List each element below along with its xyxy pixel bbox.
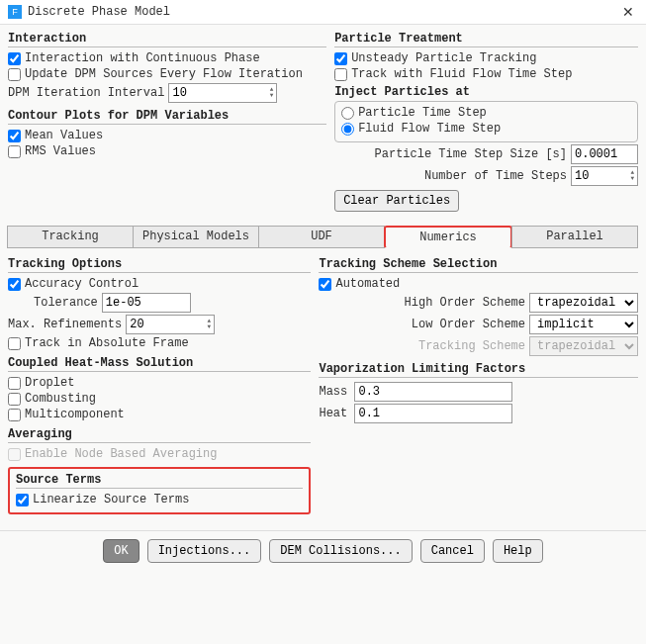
linearize-source-checkbox[interactable]: Linearize Source Terms xyxy=(16,493,303,506)
spinner-arrows-icon[interactable]: ▲▼ xyxy=(270,87,274,99)
source-terms-legend: Source Terms xyxy=(16,473,303,487)
tab-parallel[interactable]: Parallel xyxy=(511,226,638,248)
help-button[interactable]: Help xyxy=(493,539,543,563)
dpm-interval-label: DPM Iteration Interval xyxy=(8,86,164,100)
cancel-button[interactable]: Cancel xyxy=(420,539,485,563)
tolerance-input[interactable] xyxy=(102,293,191,313)
max-refinements-label: Max. Refinements xyxy=(8,318,122,331)
tab-bar: Tracking Physical Models UDF Numerics Pa… xyxy=(8,226,638,248)
tracking-options-legend: Tracking Options xyxy=(8,257,311,271)
scheme-legend: Tracking Scheme Selection xyxy=(319,257,638,271)
droplet-checkbox[interactable]: Droplet xyxy=(8,376,311,390)
injections-button[interactable]: Injections... xyxy=(147,539,262,563)
step-size-input[interactable] xyxy=(571,144,638,164)
vaporization-legend: Vaporization Limiting Factors xyxy=(319,362,638,376)
heat-label: Heat xyxy=(319,407,350,420)
coupled-legend: Coupled Heat-Mass Solution xyxy=(8,356,311,370)
mass-input[interactable] xyxy=(354,382,512,402)
particle-timestep-radio[interactable]: Particle Time Step xyxy=(341,106,631,120)
ok-button[interactable]: OK xyxy=(103,539,138,563)
high-order-select[interactable]: trapezoidal xyxy=(529,293,638,313)
tracking-scheme-label: Tracking Scheme xyxy=(418,339,525,353)
inject-radio-group: Particle Time Step Fluid Flow Time Step xyxy=(334,101,638,142)
update-dpm-checkbox[interactable]: Update DPM Sources Every Flow Iteration xyxy=(8,67,326,81)
averaging-legend: Averaging xyxy=(8,427,311,441)
low-order-label: Low Order Scheme xyxy=(412,318,525,331)
heat-input[interactable] xyxy=(354,404,512,423)
inject-legend: Inject Particles at xyxy=(334,85,638,99)
fluid-timestep-radio[interactable]: Fluid Flow Time Step xyxy=(341,122,631,136)
tab-udf[interactable]: UDF xyxy=(258,226,385,248)
interaction-legend: Interaction xyxy=(8,32,326,46)
dpm-interval-spinner[interactable]: ▲▼ xyxy=(168,83,277,103)
dialog-footer: OK Injections... DEM Collisions... Cance… xyxy=(0,530,646,571)
automated-checkbox[interactable]: Automated xyxy=(319,277,638,291)
mean-values-checkbox[interactable]: Mean Values xyxy=(8,129,326,142)
spinner-arrows-icon[interactable]: ▲▼ xyxy=(208,319,212,330)
clear-particles-button[interactable]: Clear Particles xyxy=(334,190,459,212)
unsteady-checkbox[interactable]: Unsteady Particle Tracking xyxy=(334,51,638,65)
num-steps-spinner[interactable]: ▲▼ xyxy=(571,166,638,186)
high-order-label: High Order Scheme xyxy=(405,296,525,310)
tracking-scheme-select: trapezoidal xyxy=(529,336,638,356)
accuracy-control-checkbox[interactable]: Accuracy Control xyxy=(8,277,311,291)
window-title: Discrete Phase Model xyxy=(28,5,618,19)
tab-physical-models[interactable]: Physical Models xyxy=(133,226,259,248)
track-with-checkbox[interactable]: Track with Fluid Flow Time Step xyxy=(334,67,638,81)
interaction-continuous-checkbox[interactable]: Interaction with Continuous Phase xyxy=(8,51,326,65)
num-steps-label: Number of Time Steps xyxy=(424,169,567,183)
tolerance-label: Tolerance xyxy=(34,296,98,310)
treatment-legend: Particle Treatment xyxy=(334,32,638,46)
max-refinements-spinner[interactable]: ▲▼ xyxy=(126,315,215,334)
step-size-label: Particle Time Step Size [s] xyxy=(375,147,567,161)
spinner-arrows-icon[interactable]: ▲▼ xyxy=(630,170,634,182)
app-icon: F xyxy=(8,5,22,19)
multicomponent-checkbox[interactable]: Multicomponent xyxy=(8,408,311,421)
absolute-frame-checkbox[interactable]: Track in Absolute Frame xyxy=(8,336,311,350)
tab-tracking[interactable]: Tracking xyxy=(7,226,134,248)
mass-label: Mass xyxy=(319,385,350,399)
titlebar: F Discrete Phase Model ✕ xyxy=(0,0,646,25)
rms-values-checkbox[interactable]: RMS Values xyxy=(8,144,326,158)
close-icon[interactable]: ✕ xyxy=(618,4,638,20)
dem-collisions-button[interactable]: DEM Collisions... xyxy=(269,539,412,563)
combusting-checkbox[interactable]: Combusting xyxy=(8,392,311,406)
node-averaging-checkbox: Enable Node Based Averaging xyxy=(8,447,311,461)
tab-numerics[interactable]: Numerics xyxy=(384,226,512,248)
low-order-select[interactable]: implicit xyxy=(529,315,638,334)
contour-legend: Contour Plots for DPM Variables xyxy=(8,109,326,123)
